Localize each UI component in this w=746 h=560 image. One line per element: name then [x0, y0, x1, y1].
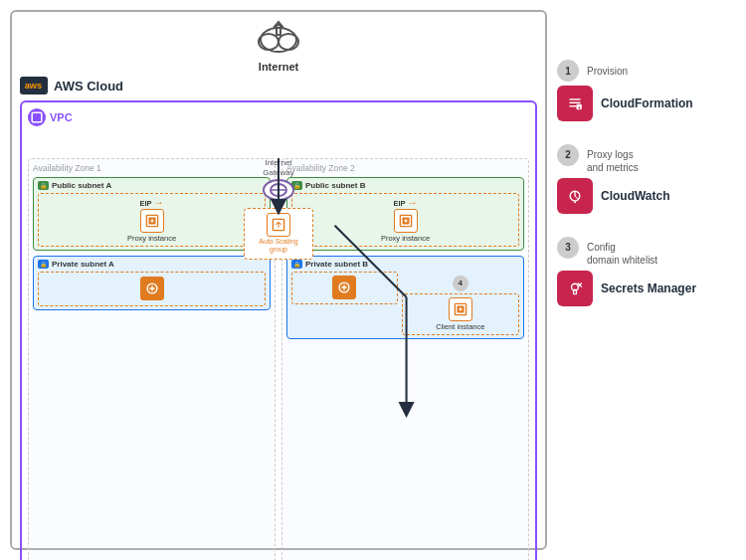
- az1-column: Availability Zone 1 🔒 Public subnet A EI…: [28, 158, 276, 560]
- step1-desc: Provision: [587, 65, 628, 78]
- svg-point-11: [150, 220, 153, 223]
- private-subnet-b-header: 🔒 Private subnet B: [291, 260, 519, 269]
- svg-text:aws: aws: [25, 81, 43, 91]
- proxy-instance-b-box: EIP → Proxy in: [291, 193, 519, 247]
- as-label: Auto Scaling group: [249, 238, 308, 255]
- step1-row: 1 Provision: [557, 60, 628, 82]
- svg-text:+: +: [578, 104, 581, 110]
- eip-arrow-b: →: [408, 197, 418, 208]
- nlb-chip-b: [332, 276, 356, 299]
- full-diagram: Internet Gateway Avai: [28, 158, 529, 560]
- public-subnet-b: 🔒 Public subnet B EIP →: [286, 177, 524, 251]
- public-subnet-a-header: 🔒 Public subnet A: [38, 181, 266, 190]
- step1-item: 1 Provision + CloudFormation: [557, 60, 732, 121]
- step2-desc: Proxy logs and metrics: [587, 135, 639, 174]
- step3-desc: Config domain whitelist: [587, 228, 657, 267]
- public-subnet-a: 🔒 Public subnet A EIP →: [33, 177, 271, 251]
- eip-a: EIP →: [42, 197, 262, 208]
- ig-icon: [263, 179, 294, 201]
- svg-point-18: [404, 220, 407, 223]
- aws-cloud-label: AWS Cloud: [54, 79, 123, 93]
- proxy-chip-a: [140, 209, 164, 233]
- internet-section: Internet: [20, 20, 537, 73]
- step4-badge: 4: [453, 276, 468, 291]
- proxy-chip-b: [394, 209, 418, 233]
- step3-item: 3 Config domain whitelist: [557, 228, 732, 306]
- az2-column: Availability Zone 2 🔒 Public subnet B EI…: [281, 158, 529, 560]
- nlb-chip-a: [140, 277, 164, 300]
- step2-item: 2 Proxy logs and metrics CloudWatch: [557, 135, 732, 214]
- proxy-b-label: Proxy instance: [295, 234, 515, 243]
- internet-label: Internet: [20, 61, 537, 73]
- vpc-label: VPC: [28, 108, 529, 126]
- lock-icon-priv-a: 🔒: [38, 260, 49, 269]
- cloudformation-icon: +: [557, 86, 593, 121]
- eip-b: EIP →: [295, 197, 515, 208]
- aws-cloud-box: Internet aws AWS Cloud VPC: [10, 10, 547, 550]
- vpc-icon: [28, 108, 46, 126]
- client-instance-box: Client instance: [402, 293, 519, 335]
- step3-bottom: Secrets Manager: [557, 271, 696, 306]
- main-container: Internet aws AWS Cloud VPC: [0, 0, 746, 560]
- step2-circle: 2: [557, 144, 579, 166]
- lock-icon-priv-b: 🔒: [291, 260, 302, 269]
- vpc-box: VPC Internet Gateway: [20, 100, 537, 560]
- step3-circle: 3: [557, 237, 579, 259]
- step4-badge-container: 4: [402, 272, 519, 291]
- step1-circle: 1: [557, 60, 579, 82]
- proxy-instance-a-box: EIP → Proxy in: [38, 193, 266, 247]
- lock-icon-pub-a: 🔒: [38, 181, 49, 190]
- client-chip: [449, 297, 472, 321]
- cloudwatch-name: CloudWatch: [601, 189, 670, 203]
- step1-bottom: + CloudFormation: [557, 86, 693, 121]
- svg-point-24: [459, 307, 462, 310]
- private-b-content: 4: [291, 272, 519, 335]
- cloudwatch-icon: [557, 178, 593, 214]
- proxy-a-label: Proxy instance: [42, 234, 262, 243]
- steps-panel: 1 Provision + CloudFormation: [557, 10, 736, 550]
- aws-header: aws AWS Cloud: [20, 77, 537, 94]
- az2-label: Availability Zone 2: [286, 163, 524, 173]
- eip-arrow-a: →: [154, 197, 164, 208]
- svg-rect-5: [32, 112, 42, 122]
- public-subnet-b-header: 🔒 Public subnet B: [291, 181, 519, 190]
- step2-row: 2 Proxy logs and metrics: [557, 135, 639, 174]
- auto-scaling-overlay: Auto Scaling group: [244, 208, 313, 260]
- nlb-b-box: [291, 272, 398, 304]
- client-label: Client instance: [406, 322, 515, 331]
- az1-label: Availability Zone 1: [33, 163, 271, 173]
- nlb-a-box: [38, 272, 266, 306]
- step3-row: 3 Config domain whitelist: [557, 228, 657, 267]
- aws-logo: aws: [20, 77, 48, 94]
- client-area: 4: [402, 272, 519, 335]
- cloudformation-name: CloudFormation: [601, 96, 693, 110]
- secrets-manager-icon: [557, 271, 593, 306]
- secrets-manager-name: Secrets Manager: [601, 281, 696, 295]
- az-grid: Availability Zone 1 🔒 Public subnet A EI…: [28, 158, 529, 560]
- as-chip: [267, 213, 290, 237]
- private-subnet-a-header: 🔒 Private subnet A: [38, 260, 266, 269]
- private-subnet-a: 🔒 Private subnet A: [33, 256, 271, 310]
- internet-icon: [254, 20, 303, 61]
- private-subnet-b: 🔒 Private subnet B: [286, 256, 524, 339]
- ig-label: Internet Gateway: [263, 158, 294, 177]
- svg-point-38: [574, 201, 576, 203]
- svg-rect-3: [277, 25, 280, 35]
- internet-gateway: Internet Gateway: [263, 158, 294, 201]
- step2-bottom: CloudWatch: [557, 178, 670, 214]
